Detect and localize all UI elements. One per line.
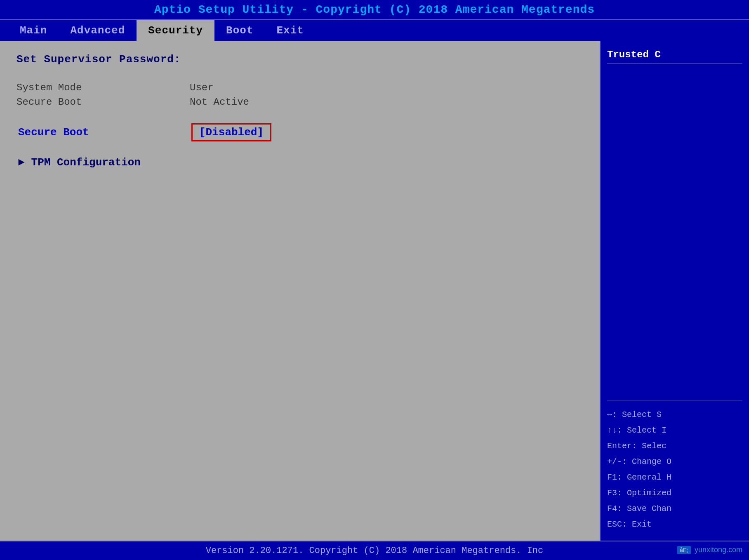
tab-main[interactable]: Main (8, 20, 59, 41)
watermark-text: yunxitong.com (695, 546, 742, 554)
shortcut-select-item: ↑↓: Select I (607, 423, 742, 438)
secure-boot-info-label: Secure Boot (16, 96, 190, 108)
tab-advanced[interactable]: Advanced (59, 20, 137, 41)
main-content: Set Supervisor Password: System Mode Use… (0, 41, 749, 541)
tab-exit[interactable]: Exit (265, 20, 316, 41)
sidebar-header: Trusted C (607, 49, 742, 64)
shortcut-enter: Enter: Selec (607, 438, 742, 454)
tab-security[interactable]: Security (137, 20, 214, 41)
watermark-icon: åE; (677, 546, 691, 554)
secure-boot-info-row: Secure Boot Not Active (16, 96, 583, 108)
shortcut-esc: ESC: Exit (607, 517, 742, 532)
section-title: Set Supervisor Password: (16, 53, 583, 66)
tab-boot[interactable]: Boot (214, 20, 265, 41)
shortcut-f4: F4: Save Chan (607, 501, 742, 517)
sidebar-content (607, 71, 742, 400)
shortcut-change: +/-: Change O (607, 454, 742, 470)
tpm-config-label: TPM Configuration (31, 156, 141, 169)
secure-boot-info-value: Not Active (190, 96, 249, 108)
system-mode-label: System Mode (16, 82, 190, 93)
tpm-config-row[interactable]: ► TPM Configuration (16, 153, 583, 172)
nav-bar: Main Advanced Security Boot Exit (0, 19, 749, 41)
secure-boot-setting-value[interactable]: [Disabled] (191, 123, 271, 141)
bios-screen: Aptio Setup Utility - Copyright (C) 2018… (0, 0, 749, 560)
version-text: Version 2.20.1271. Copyright (C) 2018 Am… (206, 546, 544, 556)
submenu-arrow-icon: ► (18, 156, 25, 169)
title-bar: Aptio Setup Utility - Copyright (C) 2018… (0, 0, 749, 19)
secure-boot-setting-label: Secure Boot (18, 126, 191, 139)
bottom-bar: Version 2.20.1271. Copyright (C) 2018 Am… (0, 541, 749, 560)
system-mode-value: User (190, 82, 214, 93)
shortcut-f3: F3: Optimized (607, 485, 742, 501)
content-panel: Set Supervisor Password: System Mode Use… (0, 41, 601, 541)
sidebar-panel: Trusted C ↔: Select S ↑↓: Select I Enter… (601, 41, 749, 541)
secure-boot-setting-row[interactable]: Secure Boot [Disabled] (16, 120, 583, 145)
shortcut-f1: F1: General H (607, 470, 742, 485)
watermark: åE; yunxitong.com (677, 546, 742, 554)
info-group: System Mode User Secure Boot Not Active (16, 82, 583, 108)
title-text: Aptio Setup Utility - Copyright (C) 2018… (154, 3, 595, 16)
shortcut-select-screen: ↔: Select S (607, 407, 742, 423)
system-mode-row: System Mode User (16, 82, 583, 93)
shortcuts-section: ↔: Select S ↑↓: Select I Enter: Selec +/… (607, 400, 742, 532)
